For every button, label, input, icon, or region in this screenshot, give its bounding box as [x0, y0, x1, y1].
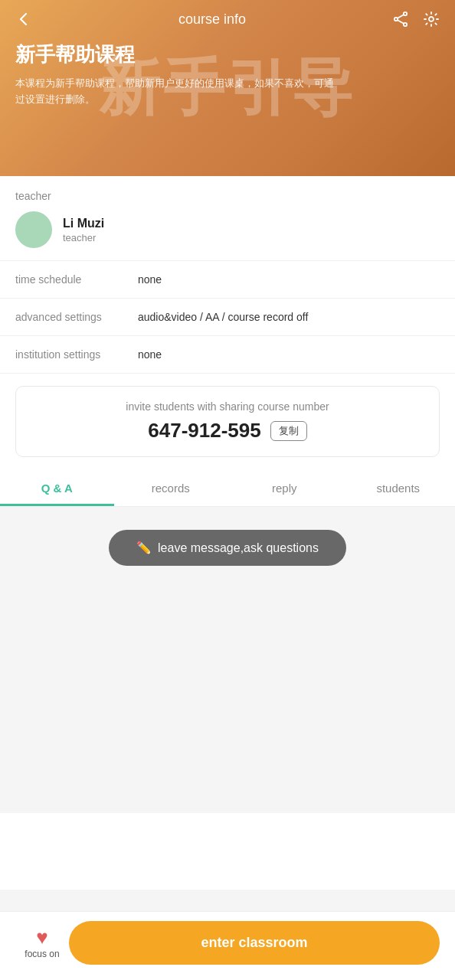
bottom-bar: ♥ focus on enter classroom: [0, 911, 455, 980]
tab-students[interactable]: students: [342, 469, 456, 506]
teacher-label: teacher: [15, 190, 440, 202]
svg-point-2: [404, 23, 407, 26]
leave-message-label: leave message,ask questions: [158, 541, 319, 555]
heart-icon: ♥: [36, 927, 47, 947]
invite-code-row: 647-912-595 复制: [31, 419, 424, 443]
settings-button[interactable]: [423, 11, 440, 28]
teacher-name: Li Muzi: [63, 217, 104, 230]
page-title: course info: [178, 11, 246, 28]
advanced-settings-row: advanced settings audio&video / AA / cou…: [0, 299, 455, 336]
leave-message-button[interactable]: ✏️ leave message,ask questions: [109, 530, 346, 566]
teacher-section: teacher Li Muzi teacher: [0, 176, 455, 261]
advanced-settings-key: advanced settings: [15, 311, 138, 323]
advanced-settings-value: audio&video / AA / course record off: [138, 311, 308, 323]
focus-on-button[interactable]: ♥ focus on: [15, 927, 69, 959]
enter-classroom-button[interactable]: enter classroom: [69, 921, 440, 965]
header-icons: [392, 11, 440, 28]
tab-qa[interactable]: Q & A: [0, 469, 114, 506]
course-banner: 新手引导 course info: [0, 0, 455, 176]
top-bar: course info: [15, 0, 440, 34]
banner-description: 本课程为新手帮助课程，帮助新用户更好的使用课桌，如果不喜欢，可通过设置进行删除。: [15, 76, 337, 108]
pencil-icon: ✏️: [136, 541, 152, 555]
institution-settings-value: none: [138, 348, 162, 361]
qa-area: ✏️ leave message,ask questions: [0, 507, 455, 813]
teacher-role: teacher: [63, 232, 104, 243]
svg-point-5: [429, 17, 434, 21]
svg-line-3: [398, 15, 404, 18]
content-area: teacher Li Muzi teacher time schedule no…: [0, 176, 455, 890]
svg-line-4: [398, 20, 404, 24]
invite-box: invite students with sharing course numb…: [15, 386, 440, 457]
copy-button[interactable]: 复制: [270, 421, 307, 441]
teacher-row: Li Muzi teacher: [15, 211, 440, 248]
back-button[interactable]: [15, 11, 32, 28]
svg-point-1: [394, 18, 398, 21]
teacher-info: Li Muzi teacher: [63, 217, 104, 243]
institution-settings-row: institution settings none: [0, 336, 455, 374]
invite-label: invite students with sharing course numb…: [31, 400, 424, 413]
share-button[interactable]: [392, 11, 409, 28]
invite-code: 647-912-595: [148, 419, 260, 443]
institution-settings-key: institution settings: [15, 348, 138, 361]
focus-on-label: focus on: [25, 949, 59, 959]
tab-records[interactable]: records: [114, 469, 228, 506]
time-schedule-row: time schedule none: [0, 261, 455, 299]
avatar: [15, 211, 52, 248]
banner-title: 新手帮助课程: [15, 41, 440, 68]
tab-reply[interactable]: reply: [228, 469, 342, 506]
tab-bar: Q & A records reply students: [0, 469, 455, 507]
time-schedule-key: time schedule: [15, 273, 138, 286]
time-schedule-value: none: [138, 273, 162, 286]
svg-point-0: [404, 12, 407, 15]
